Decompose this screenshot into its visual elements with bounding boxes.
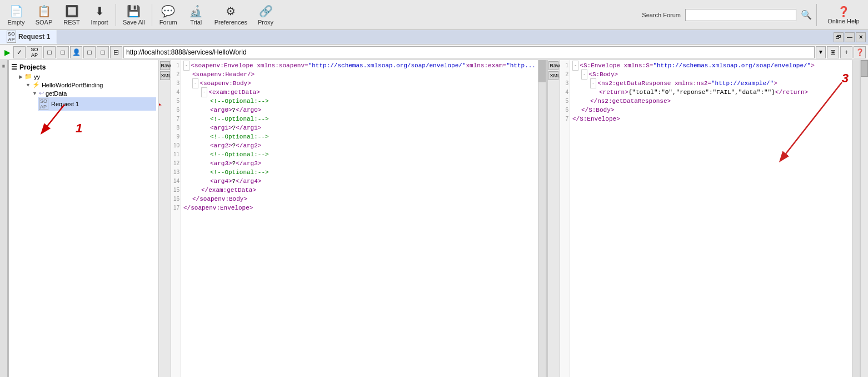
response-xml-content[interactable]: - <S:Envelope xmlns:S="http://schemas.xm…	[570, 60, 852, 377]
search-forum-input[interactable]	[685, 9, 796, 21]
proxy-button[interactable]: 🔗 Proxy	[252, 0, 280, 30]
online-help-label: Online Help	[827, 18, 859, 24]
run-button[interactable]: ▶	[2, 46, 12, 58]
tab-close-button[interactable]: ✕	[856, 32, 866, 42]
response-scrollbar[interactable]	[852, 60, 860, 377]
hamburger-icon[interactable]: ☰	[11, 63, 17, 71]
save-all-button[interactable]: 💾 Save All	[118, 0, 149, 30]
stop-button[interactable]: □	[43, 46, 56, 58]
tab-request1[interactable]: SOAP Request 1	[0, 30, 57, 44]
request-scrollbar[interactable]	[538, 60, 546, 377]
proxy-icon: 🔗	[259, 4, 273, 18]
format-button[interactable]: □	[83, 46, 96, 58]
resp-xml-line-2: - <S:Body>	[572, 70, 850, 79]
add-button[interactable]: □	[57, 46, 69, 58]
project-tree: ☰ Projects ▶ 📁 yy ▼ ⚡ HelloWorldPortBind…	[9, 60, 159, 377]
import-button[interactable]: ⬇ Import	[86, 0, 113, 30]
xml-line-13: <!--Optional:-->	[183, 168, 536, 177]
request-xml-sidebar: Raw XML	[159, 60, 171, 377]
trial-button[interactable]: 🔬 Trial	[182, 0, 210, 30]
response-xml-panel: 3 Raw XML 1 2 3 4 5	[548, 60, 860, 377]
request-soap-badge: SOAP	[39, 98, 48, 110]
forum-icon: 💬	[161, 4, 175, 18]
resp-xml-line-6: </S:Body>	[572, 106, 850, 115]
trial-icon: 🔬	[189, 4, 203, 18]
expand-icon-getdata: ▼	[32, 91, 37, 96]
xml-xml-tab-response[interactable]: XML	[548, 71, 558, 80]
tree-item-request1[interactable]: SOAP Request 1	[38, 97, 156, 111]
toolbar-sep-3	[816, 4, 817, 26]
method-icon-getdata: ↩	[39, 90, 44, 97]
trial-label: Trial	[190, 19, 202, 26]
validate-button[interactable]: ✓	[13, 46, 26, 58]
tree-node-getdata: SOAP Request 1	[31, 97, 156, 111]
tab-minimize-button[interactable]: —	[845, 32, 855, 42]
rest-label: REST	[63, 19, 79, 26]
xml-raw-tab-request[interactable]: Raw	[160, 61, 170, 70]
xml-line-12: <arg3>?</arg3>	[183, 159, 536, 168]
tree-node-helloworld: ▼ ↩ getData SOAP Request 1	[24, 89, 156, 111]
navigator-sidebar: ≡	[0, 60, 8, 377]
attach-button[interactable]: □	[97, 46, 109, 58]
url-action-btn1[interactable]: ⊞	[827, 46, 839, 58]
tree-label-getdata: getData	[46, 90, 67, 97]
tab-soap-badge: SOAP	[7, 31, 16, 43]
request-xml-panel: Raw XML 1 2 3 4 5 6 7 8 9 10 11 12 13 14…	[159, 60, 546, 377]
auth-button[interactable]: 👤	[70, 46, 82, 58]
tree-item-helloworld[interactable]: ▼ ⚡ HelloWorldPortBinding	[24, 81, 156, 89]
xml-line-16: </soapenv:Body>	[183, 195, 536, 204]
preferences-button[interactable]: ⚙ Preferences	[210, 0, 252, 30]
binding-icon-helloworld: ⚡	[32, 81, 40, 88]
url-dropdown[interactable]: ▼	[816, 46, 826, 58]
url-help-btn[interactable]: ❓	[854, 46, 866, 58]
xml-xml-tab-request[interactable]: XML	[160, 71, 170, 80]
toolbar-sep-1	[116, 4, 116, 26]
projects-header: ☰ Projects	[11, 62, 156, 72]
online-help-button[interactable]: ❓ Online Help	[821, 0, 866, 30]
tab-restore-button[interactable]: 🗗	[834, 32, 844, 42]
response-line-numbers: 1 2 3 4 5 6 7	[560, 60, 570, 377]
tree-item-yy[interactable]: ▶ 📁 yy	[18, 72, 156, 81]
tab-bar: SOAP Request 1 🗗 — ✕	[0, 30, 868, 44]
projects-label: Projects	[19, 63, 46, 71]
request-xml-content[interactable]: - <soapenv:Envelope xmlns:soapenv="http:…	[181, 60, 538, 377]
action-toolbar: ▶ ✓ SOAP □ □ 👤 □ □ ⊟ ▼ ⊞ + ❓	[0, 44, 868, 60]
rest-button[interactable]: 🔲 REST	[58, 0, 86, 30]
search-icon[interactable]: 🔍	[801, 9, 812, 20]
tree-label-yy: yy	[34, 73, 40, 80]
request-line-numbers: 1 2 3 4 5 6 7 8 9 10 11 12 13 14 15 16 1…	[171, 60, 181, 377]
soap-action-button[interactable]: SOAP	[27, 46, 42, 58]
url-action-btn2[interactable]: +	[840, 46, 852, 58]
main-content: ≡ ☰ Projects ▶ 📁 yy	[0, 60, 868, 377]
tree-item-getdata[interactable]: ▼ ↩ getData	[31, 89, 156, 97]
response-xml-sidebar: Raw XML	[548, 60, 560, 377]
xml-line-3: - <soapenv:Body>	[183, 79, 536, 88]
url-input[interactable]	[123, 46, 815, 58]
expand-icon-helloworld: ▼	[26, 82, 31, 88]
xml-line-8: <arg1>?</arg1>	[183, 123, 536, 132]
xml-panels: 2 Raw XML 1 2 3 4 5 6	[159, 60, 868, 377]
resp-xml-line-7: </S:Envelope>	[572, 115, 850, 123]
soap-icon: 📋	[37, 4, 51, 18]
xml-line-11: <!--Optional:-->	[183, 150, 536, 159]
main-toolbar: 📄 Empty 📋 SOAP 🔲 REST ⬇ Import 💾 Save Al…	[0, 0, 868, 30]
resp-xml-line-1: - <S:Envelope xmlns:S="http://schemas.xm…	[572, 61, 850, 70]
tree-label-helloworld: HelloWorldPortBinding	[42, 82, 103, 88]
forum-button[interactable]: 💬 Forum	[154, 0, 182, 30]
xml-line-6: <arg0>?</arg0>	[183, 106, 536, 115]
empty-button[interactable]: 📄 Empty	[2, 0, 30, 30]
help-icon: ❓	[837, 6, 850, 18]
tab-controls: 🗗 — ✕	[834, 30, 868, 44]
xml-line-1: - <soapenv:Envelope xmlns:soapenv="http:…	[183, 61, 536, 70]
ssl-button[interactable]: ⊟	[110, 46, 122, 58]
save-all-label: Save All	[123, 19, 145, 26]
xml-line-7: <!--Optional:-->	[183, 115, 536, 123]
annotation-1: 1	[76, 121, 82, 136]
xml-raw-tab-response[interactable]: Raw	[548, 61, 558, 70]
xml-line-2: <soapenv:Header/>	[183, 70, 536, 79]
empty-label: Empty	[7, 19, 24, 26]
soap-button[interactable]: 📋 SOAP	[30, 0, 58, 30]
main-scrollbar-right[interactable]	[860, 60, 868, 377]
resp-xml-line-5: </ns2:getDataResponse>	[572, 97, 850, 106]
xml-line-9: <!--Optional:-->	[183, 132, 536, 141]
